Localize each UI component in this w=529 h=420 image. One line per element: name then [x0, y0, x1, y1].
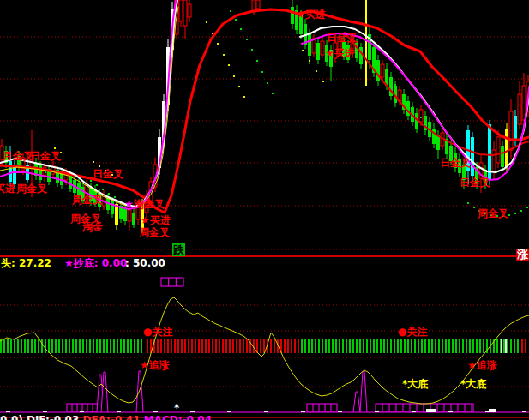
- indicator-header-ref: : 50.00: [125, 257, 165, 269]
- band-bar: [448, 339, 450, 353]
- band-bar: [328, 339, 330, 353]
- yellow-dot: [228, 64, 230, 66]
- axis-tick: [264, 411, 268, 412]
- indicator-label: ●关注: [398, 326, 427, 338]
- green-dot: [114, 196, 116, 198]
- band-bar: [311, 339, 313, 353]
- band-bar: [525, 339, 526, 353]
- band-bar: [359, 339, 361, 353]
- band-bar: [431, 339, 433, 353]
- yellow-dot: [217, 43, 219, 45]
- candle-body: [9, 161, 12, 182]
- candle-body-hollow: [183, 0, 187, 26]
- axis-tick: [80, 411, 84, 412]
- band-bar: [10, 339, 12, 353]
- candle-body-hollow: [518, 94, 521, 124]
- band-bar: [103, 339, 105, 353]
- chart-label: ★买进: [141, 214, 171, 226]
- green-dot: [526, 207, 528, 208]
- axis-tick: [117, 411, 121, 412]
- band-bar: [462, 339, 464, 353]
- yellow-dot: [54, 147, 56, 149]
- band-bar: [164, 339, 165, 353]
- green-dot: [377, 60, 379, 62]
- band-bar: [349, 339, 351, 353]
- band-bar: [263, 339, 265, 353]
- status-macd: MACD:-0.04: [144, 414, 212, 420]
- band-bar: [191, 339, 193, 353]
- band-bar: [7, 339, 9, 353]
- band-bar: [157, 339, 159, 353]
- band-bar: [469, 339, 471, 353]
- candle-body: [501, 146, 504, 167]
- band-bar: [86, 339, 87, 353]
- band-bar: [41, 339, 43, 353]
- band-bar: [69, 339, 70, 353]
- band-bar: [75, 339, 77, 353]
- indicator-label: *大底: [460, 378, 486, 390]
- band-bar: [514, 339, 515, 353]
- status-dea: DEA:-0.41: [82, 414, 143, 420]
- band-bar: [110, 339, 111, 353]
- band-bar: [284, 339, 286, 353]
- histogram-box-row: [376, 404, 473, 411]
- candle-body-hollow: [321, 41, 324, 55]
- band-bar: [294, 339, 296, 353]
- band-bar: [438, 339, 440, 353]
- candle-body-hollow: [492, 150, 496, 171]
- band-bar: [507, 339, 508, 353]
- band-bar: [376, 339, 378, 353]
- band-bar: [380, 339, 382, 353]
- band-bar: [17, 339, 19, 353]
- axis-tick: [338, 411, 342, 412]
- yellow-dot: [309, 60, 310, 62]
- band-bar: [356, 339, 358, 353]
- band-bar: [205, 339, 207, 353]
- price-chart-canvas[interactable]: 月金叉日金叉买进周金叉日金叉周金叉★淘金叉周金叉淘金★买进周金叉★买进日金叉★买…: [0, 0, 529, 420]
- band-bar: [181, 339, 183, 353]
- band-bar: [141, 339, 142, 353]
- band-bar: [188, 339, 189, 353]
- candle-body-hollow: [509, 111, 513, 150]
- band-bar: [99, 339, 101, 353]
- band-bar: [428, 339, 430, 353]
- green-dot: [420, 117, 422, 118]
- band-bar: [521, 339, 523, 353]
- band-bar: [383, 339, 385, 353]
- band-bar: [342, 339, 344, 353]
- band-bar: [198, 339, 200, 353]
- axis-tick: [43, 411, 47, 412]
- band-bar: [476, 339, 478, 353]
- band-bar: [236, 339, 237, 353]
- band-bar: [106, 339, 108, 353]
- green-dot: [235, 19, 237, 21]
- indicator-label: *大底: [402, 378, 428, 390]
- yellow-dot: [93, 161, 94, 163]
- band-bar: [38, 339, 39, 353]
- band-bar: [3, 339, 5, 353]
- yellow-dot: [212, 33, 213, 34]
- band-bar: [404, 339, 406, 353]
- indicator-header-chaodi: ★抄底: 0.00: [64, 257, 127, 269]
- band-bar: [24, 339, 26, 353]
- band-bar: [93, 339, 94, 353]
- indicator-header-tou: 头: 27.22: [1, 257, 51, 269]
- band-bar: [113, 339, 115, 353]
- green-dot: [251, 49, 253, 51]
- chart-label: 周金叉: [138, 226, 170, 238]
- chart-label: 周金叉: [71, 194, 103, 206]
- chart-label: ★买进: [325, 47, 355, 59]
- band-bar-white: [505, 339, 507, 353]
- band-bar: [137, 339, 139, 353]
- band-bar: [407, 339, 409, 353]
- chart-label: ★: [124, 198, 134, 210]
- band-bar: [239, 339, 241, 353]
- band-bar: [335, 339, 337, 353]
- band-bar: [96, 339, 98, 353]
- band-bar: [82, 339, 84, 353]
- band-bar: [27, 339, 29, 353]
- band-bar: [442, 339, 443, 353]
- band-bar-white: [501, 339, 502, 353]
- band-bar: [308, 339, 310, 353]
- green-dot: [246, 39, 248, 40]
